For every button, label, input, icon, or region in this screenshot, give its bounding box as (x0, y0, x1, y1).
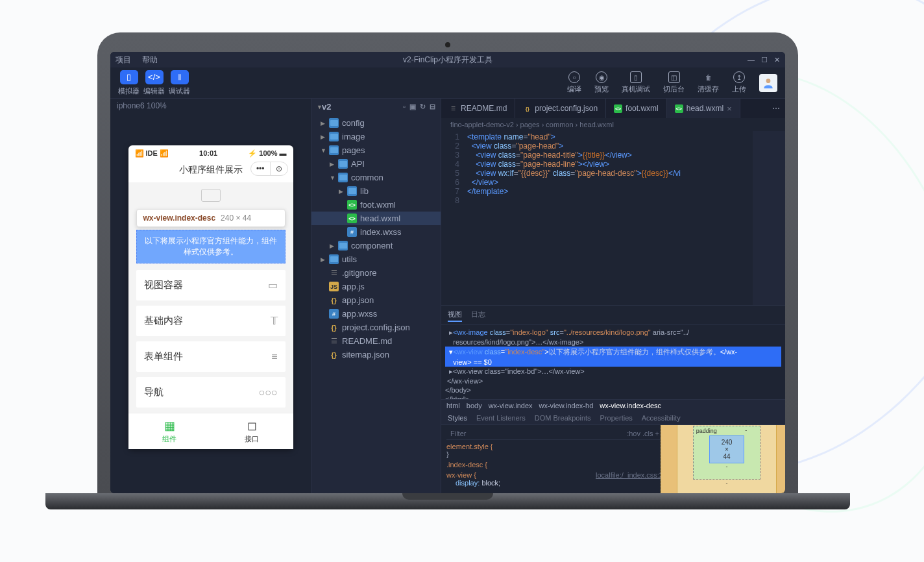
close-icon[interactable]: ✕ (774, 56, 780, 64)
editor-tab[interactable]: ☰README.md (441, 99, 515, 118)
tree-node[interactable]: ▼common (311, 171, 441, 184)
crumb[interactable]: html (446, 402, 460, 409)
md-icon: ☰ (329, 336, 339, 346)
tree-node[interactable]: {}project.config.json (311, 321, 441, 334)
styles-filter-input[interactable]: Filter (450, 430, 466, 437)
close-tab-icon[interactable]: × (727, 104, 732, 114)
tabs-overflow-icon[interactable]: ⋯ (767, 104, 785, 113)
json-icon: {} (329, 350, 339, 360)
minimize-icon[interactable]: — (748, 56, 755, 64)
menu-project[interactable]: 项目 (116, 55, 131, 64)
box-model[interactable]: margin10 border- padding- 240 × 44 - - - (668, 425, 785, 494)
simulator-pane: iphone6 100% 📶 IDE 📶 10:01 ⚡ 100% ▬ 小程序组… (110, 99, 311, 493)
styles-tab[interactable]: Event Listeners (476, 414, 526, 422)
debugger-toggle[interactable]: ⫴ (171, 70, 189, 84)
preview-button[interactable]: ◉预览 (594, 71, 609, 94)
tree-node[interactable]: ▶API (311, 157, 441, 171)
simulator-toggle[interactable]: ▯ (120, 70, 138, 84)
editor-tab[interactable]: <>foot.wxml (606, 99, 667, 118)
new-folder-icon[interactable]: ▣ (409, 103, 416, 111)
upload-button[interactable]: ↥上传 (732, 71, 746, 94)
phone-preview[interactable]: 📶 IDE 📶 10:01 ⚡ 100% ▬ 小程序组件展示 •••⊙ wx-v… (128, 145, 293, 449)
styles-tab[interactable]: DOM Breakpoints (535, 414, 591, 422)
tree-node[interactable]: #index.wxss (311, 225, 441, 239)
js-icon: JS (329, 282, 339, 291)
explorer-root[interactable]: v2 (322, 102, 331, 112)
list-item[interactable]: 表单组件≡ (136, 341, 286, 372)
tree-node[interactable]: ▶image (311, 130, 441, 143)
phone-page-title: 小程序组件展示 •••⊙ (128, 162, 293, 182)
editor-tab[interactable]: <>head.wxml× (667, 99, 740, 118)
menu-help[interactable]: 帮助 (142, 55, 158, 64)
editor-pane: ☰README.md{}project.config.json<>foot.wx… (441, 99, 785, 493)
crumb[interactable]: wx-view.index (489, 402, 533, 409)
highlighted-element[interactable]: 以下将展示小程序官方组件能力，组件样式仅供参考。 (136, 230, 286, 263)
tree-node[interactable]: ▼pages (311, 143, 441, 157)
md-icon: ☰ (329, 268, 339, 278)
svg-point-0 (766, 79, 771, 83)
eye-icon: ◉ (596, 71, 607, 83)
elements-panel[interactable]: ▸<wx-image class="index-logo" src="../re… (441, 325, 785, 399)
editor-toggle[interactable]: </> (145, 70, 164, 84)
api-icon: ◻ (211, 419, 293, 433)
dt-tab-log[interactable]: 日志 (471, 308, 485, 322)
devtools-pane: 视图 日志 ▸<wx-image class="index-logo" src=… (441, 305, 785, 493)
tree-node[interactable]: ▶component (311, 239, 441, 252)
folder-icon (338, 173, 348, 182)
refresh-icon[interactable]: ↻ (420, 103, 426, 111)
capsule-close-icon[interactable]: ⊙ (270, 162, 287, 175)
list-item[interactable]: 基础内容𝕋 (136, 306, 286, 336)
logo-placeholder (201, 189, 221, 202)
folder-icon (338, 241, 348, 250)
background-button[interactable]: ◫切后台 (663, 71, 685, 94)
list-item[interactable]: 视图容器▭ (136, 270, 286, 300)
crumb[interactable]: wx-view.index-desc (600, 402, 661, 409)
editor-tab[interactable]: {}project.config.json (515, 99, 606, 118)
minimap[interactable] (753, 131, 785, 305)
avatar[interactable] (759, 74, 777, 92)
tab-api[interactable]: ◻接口 (211, 413, 293, 449)
folder-icon (329, 118, 339, 128)
hov-toggle[interactable]: :hov (627, 430, 640, 437)
wxml-icon: <> (675, 104, 683, 113)
tree-node[interactable]: {}sitemap.json (311, 348, 441, 361)
wxml-icon: <> (347, 214, 357, 223)
breadcrumb[interactable]: fino-applet-demo-v2 › pages › common › h… (441, 118, 785, 131)
crumb[interactable]: wx-view.index-hd (539, 402, 594, 409)
tree-node[interactable]: ▶config (311, 116, 441, 130)
tree-node[interactable]: ▶lib (311, 184, 441, 198)
json-icon: {} (329, 295, 339, 305)
list-item[interactable]: 导航○○○ (136, 377, 286, 408)
cls-toggle[interactable]: .cls (642, 430, 653, 437)
chevron-down-icon[interactable]: ▼ (317, 104, 322, 110)
tree-node[interactable]: #app.wxss (311, 307, 441, 321)
wxss-icon: # (347, 227, 357, 237)
folder-icon (338, 159, 348, 169)
tree-node[interactable]: <>head.wxml (311, 212, 441, 225)
tab-component[interactable]: ▦组件 (128, 413, 211, 449)
compile-button[interactable]: ○编译 (567, 71, 581, 94)
remote-debug-button[interactable]: ▯真机调试 (622, 71, 650, 94)
tree-node[interactable]: ▶utils (311, 252, 441, 266)
styles-tab[interactable]: Properties (600, 414, 633, 422)
collapse-icon[interactable]: ⊟ (430, 103, 435, 111)
phone-icon: ▯ (630, 71, 642, 83)
styles-panel[interactable]: Filter :hov .cls + element.style {}.inde… (441, 425, 668, 494)
new-file-icon[interactable]: ▫ (403, 103, 406, 111)
capsule-menu-icon[interactable]: ••• (251, 162, 270, 175)
tree-node[interactable]: ☰.gitignore (311, 266, 441, 280)
styles-tab[interactable]: Styles (448, 414, 467, 422)
tree-node[interactable]: ☰README.md (311, 334, 441, 348)
maximize-icon[interactable]: ☐ (761, 56, 768, 64)
wxml-icon: <> (614, 104, 622, 113)
tree-node[interactable]: <>foot.wxml (311, 198, 441, 212)
tree-node[interactable]: {}app.json (311, 293, 441, 307)
cache-button[interactable]: 🗑清缓存 (698, 71, 719, 94)
dt-tab-view[interactable]: 视图 (448, 308, 462, 322)
code-editor[interactable]: 1<template name="head">2 <view class="pa… (441, 131, 785, 305)
crumb[interactable]: body (467, 402, 482, 409)
tree-node[interactable]: JSapp.js (311, 280, 441, 293)
item-icon: ≡ (271, 351, 277, 363)
add-rule-icon[interactable]: + (655, 430, 659, 437)
styles-tab[interactable]: Accessibility (642, 414, 681, 422)
